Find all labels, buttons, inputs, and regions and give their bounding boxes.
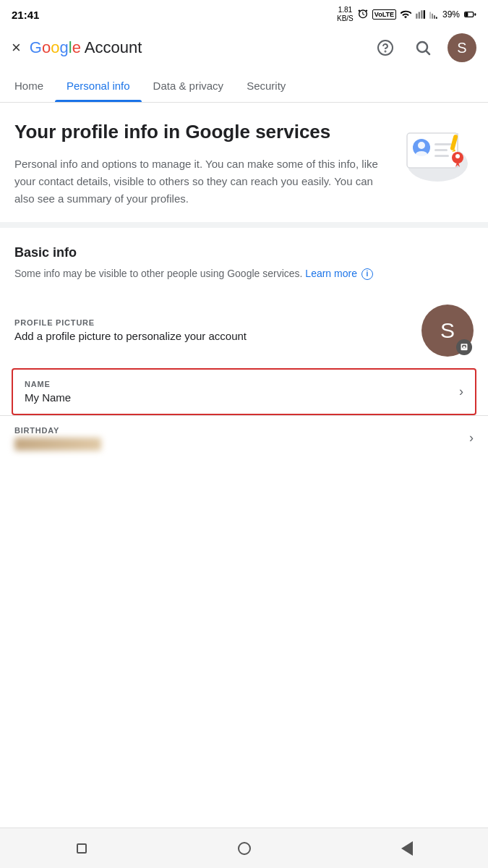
profile-picture-info: PROFILE PICTURE Add a profile picture to… [14, 318, 247, 342]
signal1-icon [415, 9, 425, 20]
name-label: NAME [25, 380, 71, 388]
svg-point-13 [416, 151, 427, 157]
tab-data-privacy[interactable]: Data & privacy [142, 69, 236, 102]
svg-point-12 [418, 142, 425, 149]
camera-badge [456, 339, 472, 355]
tabs-container: Home Personal info Data & privacy Securi… [0, 69, 488, 103]
bottom-nav [0, 827, 488, 868]
svg-rect-1 [432, 14, 433, 19]
name-info: NAME My Name [25, 380, 71, 404]
google-letter-o1: o [42, 38, 51, 56]
birthday-value [14, 438, 101, 451]
status-icons: 1.81 KB/S VoLTE 39% [337, 6, 476, 23]
profile-picture-desc: Add a profile picture to personalize you… [14, 330, 247, 342]
svg-rect-2 [434, 15, 435, 19]
volte-icon: VoLTE [372, 9, 396, 20]
search-button[interactable] [410, 35, 436, 61]
wifi-icon [400, 9, 411, 20]
birthday-label: BIRTHDAY [14, 426, 101, 435]
birthday-info: BIRTHDAY [14, 426, 101, 451]
svg-rect-0 [429, 12, 431, 19]
close-button[interactable]: × [12, 40, 21, 56]
svg-point-7 [385, 51, 386, 52]
google-letter-g2: g [59, 38, 68, 56]
network-speed: 1.81 KB/S [337, 6, 354, 23]
learn-more-link[interactable]: Learn more [305, 268, 357, 279]
nav-home-button[interactable] [226, 834, 262, 863]
name-chevron-icon: › [459, 384, 463, 399]
search-icon [414, 39, 432, 56]
tab-security[interactable]: Security [235, 69, 297, 102]
nav-back-button[interactable] [389, 834, 425, 863]
status-bar: 21:41 1.81 KB/S VoLTE 39% [0, 0, 488, 26]
main-content: Your profile info in Google services Per… [0, 103, 488, 548]
tab-home[interactable]: Home [3, 69, 55, 102]
section-divider [0, 222, 488, 228]
hero-text: Your profile info in Google services Per… [14, 120, 393, 208]
svg-rect-16 [435, 155, 449, 157]
basic-info-title: Basic info [14, 245, 474, 260]
google-letter-g: G [30, 38, 42, 56]
hero-description: Personal info and options to manage it. … [14, 156, 393, 208]
help-button[interactable] [372, 35, 398, 61]
name-row[interactable]: NAME My Name › [12, 368, 476, 415]
birthday-chevron-icon: › [469, 430, 474, 446]
info-icon[interactable]: i [361, 268, 373, 280]
illustration-svg [401, 120, 474, 185]
battery-percentage: 39% [442, 9, 460, 20]
camera-icon [460, 343, 468, 352]
account-text: Account [85, 38, 142, 56]
user-avatar[interactable]: S [448, 33, 476, 62]
nav-recent-button[interactable] [64, 834, 100, 863]
profile-avatar-letter: S [440, 318, 455, 343]
svg-rect-14 [435, 143, 452, 145]
profile-avatar-large[interactable]: S [421, 305, 474, 357]
battery-icon [463, 9, 476, 20]
tab-personal-info[interactable]: Personal info [55, 69, 142, 102]
app-title: Google Account [30, 38, 142, 57]
help-icon [377, 39, 394, 56]
basic-info-section: Basic info Some info may be visible to o… [0, 228, 488, 290]
status-time: 21:41 [12, 9, 39, 21]
signal2-icon [429, 9, 439, 20]
google-letter-o2: o [51, 38, 59, 56]
hero-section: Your profile info in Google services Per… [0, 103, 488, 222]
hero-title: Your profile info in Google services [14, 120, 393, 144]
recent-icon [77, 843, 87, 854]
profile-picture-row[interactable]: PROFILE PICTURE Add a profile picture to… [0, 290, 488, 368]
app-bar-left: × Google Account [12, 38, 142, 57]
home-icon [238, 842, 251, 855]
basic-info-description: Some info may be visible to other people… [14, 266, 474, 281]
svg-rect-15 [435, 149, 448, 151]
hero-illustration [401, 120, 474, 185]
name-value: My Name [25, 391, 71, 404]
app-bar-right: S [372, 33, 476, 62]
profile-picture-label: PROFILE PICTURE [14, 318, 247, 327]
birthday-row[interactable]: BIRTHDAY › [0, 415, 488, 461]
svg-point-19 [455, 154, 460, 158]
svg-rect-3 [436, 17, 437, 19]
alarm-icon [357, 9, 369, 20]
google-letter-e: e [72, 38, 81, 56]
avatar-letter: S [457, 40, 466, 56]
back-icon [401, 841, 413, 856]
svg-rect-5 [465, 12, 468, 16]
app-bar: × Google Account S [0, 26, 488, 69]
bottom-spacer [0, 461, 488, 548]
